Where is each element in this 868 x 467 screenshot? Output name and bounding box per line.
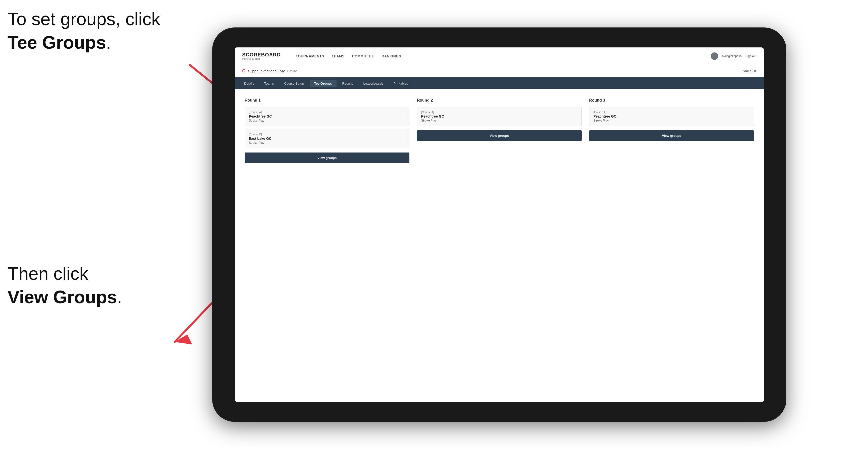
round-2-course-a-format: Stroke Play	[421, 119, 578, 122]
round-2-course-a-card: [Course A] Peachtree GC Stroke Play	[417, 107, 582, 126]
main-content: Round 1 [Course A] Peachtree GC Stroke P…	[235, 89, 764, 402]
round-1-course-b-name: East Lake GC	[249, 136, 405, 141]
round-3-course-a-card: [Course A] Peachtree GC Stroke Play	[589, 107, 754, 126]
tablet-shell: SCOREBOARD Powered by clippl TOURNAMENTS…	[212, 27, 786, 422]
round-3-course-a-format: Stroke Play	[593, 119, 750, 122]
tab-printables[interactable]: Printables	[389, 80, 412, 87]
tab-leaderboards[interactable]: Leaderboards	[359, 80, 388, 87]
round-3-title: Round 3	[589, 98, 754, 102]
logo: SCOREBOARD Powered by clippl	[242, 52, 281, 60]
nav-teams[interactable]: TEAMS	[332, 53, 345, 59]
round-3-section: Round 3 [Course A] Peachtree GC Stroke P…	[589, 98, 754, 163]
instruction-top-bold: Tee Groups	[7, 32, 106, 53]
round-2-course-a-label: [Course A]	[421, 111, 578, 114]
round-1-course-a-format: Stroke Play	[249, 119, 405, 122]
tab-results[interactable]: Results	[338, 80, 358, 87]
instruction-bottom: Then click View Groups.	[7, 262, 122, 309]
round-3-view-groups-button[interactable]: View groups	[589, 130, 754, 141]
round-1-section: Round 1 [Course A] Peachtree GC Stroke P…	[245, 98, 409, 163]
round-2-title: Round 2	[417, 98, 582, 102]
tab-tee-groups[interactable]: Tee Groups	[310, 80, 337, 87]
tournament-name-area: C Clippd Invitational (My Hosting	[242, 68, 297, 74]
nav-links: TOURNAMENTS TEAMS COMMITTEE RANKINGS	[296, 53, 701, 59]
tab-course-setup[interactable]: Course Setup	[280, 80, 309, 87]
tab-details[interactable]: Details	[240, 80, 259, 87]
nav-right: blair@clippd.io Sign out	[711, 53, 756, 60]
tournament-c-icon: C	[242, 68, 245, 74]
svg-marker-3	[175, 335, 192, 344]
round-3-course-a-name: Peachtree GC	[593, 114, 750, 118]
instruction-bottom-bold: View Groups	[7, 287, 117, 307]
instruction-top-line1: To set groups, click	[7, 9, 160, 29]
nav-bar: SCOREBOARD Powered by clippl TOURNAMENTS…	[235, 48, 764, 65]
tournament-bar: C Clippd Invitational (My Hosting Cancel…	[235, 65, 764, 77]
round-1-course-b-label: [Course B]	[249, 133, 405, 136]
round-1-title: Round 1	[245, 98, 409, 102]
round-1-view-groups-button[interactable]: View groups	[245, 153, 409, 163]
round-1-course-a-label: [Course A]	[249, 111, 405, 114]
sign-out-link[interactable]: Sign out	[745, 54, 756, 58]
instruction-bottom-line1: Then click	[7, 263, 88, 284]
round-2-view-groups-button[interactable]: View groups	[417, 130, 582, 141]
round-2-section: Round 2 [Course A] Peachtree GC Stroke P…	[417, 98, 582, 163]
round-1-course-a-card: [Course A] Peachtree GC Stroke Play	[245, 107, 409, 126]
round-1-course-b-card: [Course B] East Lake GC Stroke Play	[245, 129, 409, 148]
round-1-course-a-name: Peachtree GC	[249, 114, 405, 118]
tab-teams[interactable]: Teams	[260, 80, 278, 87]
tournament-title: Clippd Invitational (My	[248, 69, 285, 73]
cancel-button[interactable]: Cancel ✕	[742, 69, 756, 73]
hosting-badge: Hosting	[287, 69, 298, 73]
tablet-screen: SCOREBOARD Powered by clippl TOURNAMENTS…	[235, 48, 764, 402]
logo-sub: Powered by clippl	[242, 58, 281, 60]
rounds-grid: Round 1 [Course A] Peachtree GC Stroke P…	[245, 98, 754, 163]
nav-rankings[interactable]: RANKINGS	[382, 53, 401, 59]
round-1-course-b-format: Stroke Play	[249, 141, 405, 145]
nav-committee[interactable]: COMMITTEE	[352, 53, 374, 59]
logo-text: SCOREBOARD	[242, 52, 281, 58]
user-email: blair@clippd.io	[722, 54, 742, 58]
round-2-course-a-name: Peachtree GC	[421, 114, 578, 118]
nav-tournaments[interactable]: TOURNAMENTS	[296, 53, 324, 59]
sub-nav: Details Teams Course Setup Tee Groups Re…	[235, 77, 764, 89]
round-3-course-a-label: [Course A]	[593, 111, 750, 114]
user-avatar	[711, 53, 718, 60]
instruction-top: To set groups, click Tee Groups.	[7, 7, 160, 54]
